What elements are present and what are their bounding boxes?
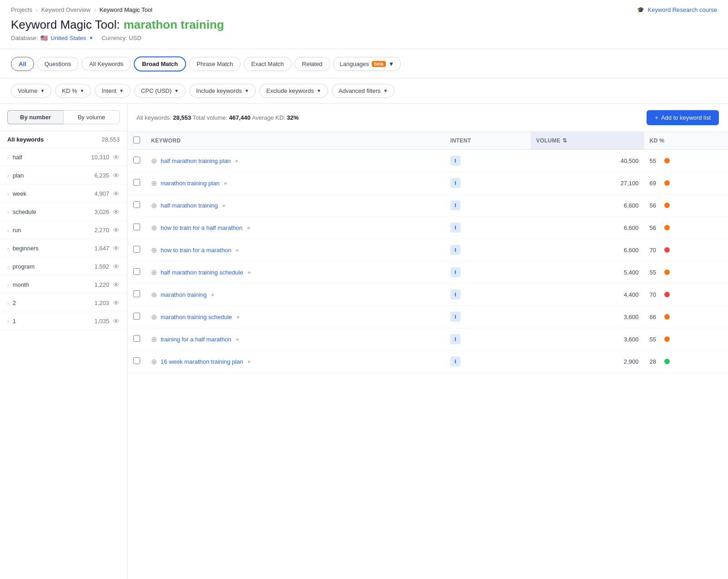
volume-cell: 2,900 (531, 350, 644, 373)
tab-broad-match[interactable]: Broad Match (134, 56, 186, 71)
filter-exclude-keywords[interactable]: Exclude keywords ▼ (259, 84, 328, 98)
keyword-link[interactable]: ⊕ how to train for a marathon » (151, 246, 440, 254)
keyword-text: marathon training schedule (161, 314, 232, 320)
eye-icon[interactable]: 👁 (113, 317, 120, 325)
total-volume: 467,440 (229, 114, 251, 121)
kd-dot (664, 180, 670, 186)
keyword-link[interactable]: ⊕ how to train for a half marathon » (151, 223, 440, 232)
sidebar-item-week[interactable]: › week 4,907 👁 (0, 185, 127, 203)
tab-exact-match[interactable]: Exact Match (243, 57, 292, 71)
course-link[interactable]: 🎓 Keyword Research course (637, 6, 717, 13)
sidebar-item-program[interactable]: › program 1,592 👁 (0, 258, 127, 276)
filter-intent[interactable]: Intent ▼ (95, 84, 130, 98)
page-title-static: Keyword Magic Tool: (11, 18, 120, 32)
breadcrumb-projects[interactable]: Projects (11, 6, 32, 13)
chevron-down-icon[interactable]: ▼ (89, 36, 93, 41)
tab-related[interactable]: Related (294, 57, 330, 71)
kd-value: 55 (650, 157, 661, 164)
keyword-link[interactable]: ⊕ half marathon training plan » (151, 157, 440, 165)
keyword-link[interactable]: ⊕ half marathon training schedule » (151, 268, 440, 277)
row-checkbox[interactable] (133, 335, 140, 342)
kd-cell: 70 (644, 239, 728, 261)
sidebar-item-beginners[interactable]: › beginners 1,647 👁 (0, 239, 127, 258)
eye-icon[interactable]: 👁 (113, 226, 120, 234)
intent-badge: I (450, 200, 460, 210)
expand-icon: ⊕ (151, 157, 157, 165)
sidebar-item-run[interactable]: › run 2,270 👁 (0, 221, 127, 239)
eye-icon[interactable]: 👁 (113, 172, 120, 179)
keyword-link[interactable]: ⊕ training for a half marathon » (151, 335, 440, 344)
col-header-checkbox (127, 132, 146, 150)
row-checkbox[interactable] (133, 246, 140, 253)
keyword-link[interactable]: ⊕ marathon training schedule » (151, 313, 440, 321)
eye-icon[interactable]: 👁 (113, 281, 120, 289)
sidebar-item-2[interactable]: › 2 1,203 👁 (0, 294, 127, 312)
keyword-link[interactable]: ⊕ half marathon training » (151, 201, 440, 210)
kd-cell: 70 (644, 284, 728, 306)
database-country[interactable]: United States (51, 35, 86, 41)
sidebar-item-all[interactable]: All keywords 28,553 (0, 131, 127, 148)
sidebar-half-count: 10,310 (91, 154, 109, 161)
row-checkbox[interactable] (133, 268, 140, 275)
kd-value: 55 (650, 269, 661, 276)
row-checkbox[interactable] (133, 313, 140, 320)
row-checkbox[interactable] (133, 201, 140, 208)
page-title-keyword: marathon training (123, 18, 224, 32)
filter-kd[interactable]: KD % ▼ (55, 84, 91, 98)
keyword-text: marathon training (161, 291, 207, 298)
filter-cpc[interactable]: CPC (USD) ▼ (134, 84, 186, 98)
tab-phrase-match[interactable]: Phrase Match (189, 57, 241, 71)
sidebar-2-label: 2 (13, 300, 16, 306)
keyword-link[interactable]: ⊕ 16 week marathon training plan » (151, 357, 440, 366)
breadcrumb-keyword-overview[interactable]: Keyword Overview (41, 6, 91, 13)
sidebar-week-label: week (13, 190, 26, 197)
eye-icon[interactable]: 👁 (113, 244, 120, 252)
eye-icon[interactable]: 👁 (113, 208, 120, 216)
select-all-checkbox[interactable] (133, 137, 140, 143)
filter-include-keywords[interactable]: Include keywords ▼ (189, 84, 256, 98)
row-checkbox[interactable] (133, 223, 140, 230)
keyword-text: half marathon training plan (161, 157, 231, 164)
col-header-volume[interactable]: Volume ⇅ (531, 132, 644, 150)
chevron-right-icon: › (7, 191, 9, 197)
intent-badge: I (450, 356, 460, 366)
sidebar-item-1[interactable]: › 1 1,035 👁 (0, 312, 127, 330)
languages-button[interactable]: Languages beta ▼ (333, 57, 401, 71)
keyword-arrows: » (222, 203, 225, 208)
keyword-text: training for a half marathon (161, 336, 231, 343)
sidebar-item-plan[interactable]: › plan 6,235 👁 (0, 167, 127, 185)
keyword-link[interactable]: ⊕ marathon training » (151, 290, 440, 299)
row-checkbox[interactable] (133, 157, 140, 163)
filter-kd-label: KD % (62, 87, 77, 94)
tabs-section: All Questions All Keywords Broad Match P… (0, 49, 728, 78)
sidebar-item-half[interactable]: › half 10,310 👁 (0, 148, 127, 167)
filter-volume[interactable]: Volume ▼ (11, 84, 51, 98)
sidebar-week-count: 4,907 (94, 190, 109, 197)
tab-all[interactable]: All (11, 57, 34, 71)
sidebar-controls: By number By volume (0, 104, 127, 131)
expand-icon: ⊕ (151, 246, 157, 254)
sidebar-item-schedule[interactable]: › schedule 3,026 👁 (0, 203, 127, 221)
filter-advanced[interactable]: Advanced filters ▼ (332, 84, 394, 98)
sidebar-by-volume[interactable]: By volume (63, 110, 120, 124)
eye-icon[interactable]: 👁 (113, 299, 120, 307)
sidebar-by-number[interactable]: By number (7, 110, 63, 124)
row-checkbox[interactable] (133, 290, 140, 297)
row-checkbox-cell (127, 217, 146, 239)
sidebar-schedule-count: 3,026 (94, 208, 109, 215)
eye-icon[interactable]: 👁 (113, 190, 120, 198)
tab-all-keywords[interactable]: All Keywords (81, 57, 131, 71)
breadcrumb-current: Keyword Magic Tool (100, 6, 152, 13)
row-checkbox[interactable] (133, 357, 140, 364)
tab-questions[interactable]: Questions (37, 57, 79, 71)
eye-icon[interactable]: 👁 (113, 153, 120, 161)
filter-include-label: Include keywords (196, 87, 242, 94)
row-checkbox-cell (127, 239, 146, 261)
add-to-keyword-list-button[interactable]: + Add to keyword list (647, 110, 719, 125)
row-checkbox[interactable] (133, 179, 140, 186)
sidebar-item-month[interactable]: › month 1,220 👁 (0, 276, 127, 294)
keyword-link[interactable]: ⊕ marathon training plan » (151, 179, 440, 188)
eye-icon[interactable]: 👁 (113, 263, 120, 270)
table-row: ⊕ marathon training schedule » I 3,600 6… (127, 306, 728, 328)
keyword-cell: ⊕ half marathon training schedule » (146, 261, 445, 284)
